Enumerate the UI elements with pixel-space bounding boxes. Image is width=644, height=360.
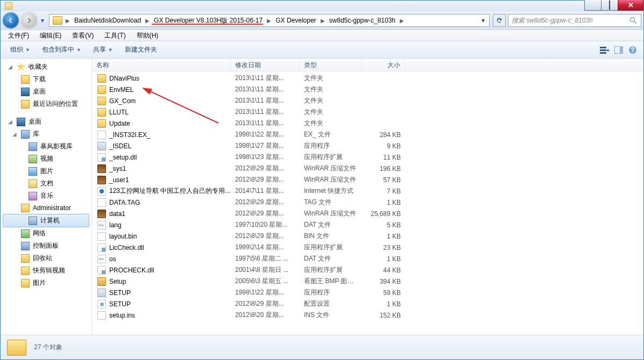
status-text: 27 个对象	[34, 343, 62, 352]
file-date: 2013\1\11 星期...	[231, 119, 300, 128]
address-dropdown[interactable]: ▾	[478, 15, 488, 26]
menu-view[interactable]: 查看(V)	[68, 30, 98, 41]
file-date: 1997\10\20 星期...	[231, 220, 300, 229]
tree-control-panel[interactable]: 控制面板	[1, 240, 91, 252]
breadcrumb-segment[interactable]: sw8d5c-gppw-c_8103h	[326, 15, 399, 26]
maximize-button[interactable]	[601, 0, 618, 11]
file-name: os	[109, 255, 116, 263]
url-icon	[97, 187, 106, 196]
svg-rect-4	[600, 52, 606, 54]
rar-icon	[97, 176, 106, 184]
file-row[interactable]: DNaviPlus2013\1\11 星期...文件夹	[92, 73, 643, 84]
tree-library[interactable]: ◢库	[1, 128, 91, 140]
header-type[interactable]: 类型	[300, 59, 362, 71]
close-button[interactable]: ✕	[618, 0, 643, 11]
navigation-pane: ◢收藏夹 下载 桌面 最近访问的位置 ◢桌面 ◢库 暴风影视库 视频 图片 文档…	[1, 59, 92, 335]
file-row[interactable]: SETUP1998\1\22 星期...应用程序59 KB	[92, 287, 643, 298]
file-row[interactable]: _setup.dll1998\1\23 星期...应用程序扩展11 KB	[92, 152, 643, 163]
status-bar: 27 个对象	[1, 335, 643, 359]
file-row[interactable]: SETUP2012\8\29 星期...配置设置1 KB	[92, 298, 643, 309]
file-row[interactable]: _sys12012\8\29 星期...WinRAR 压缩文件196 KB	[92, 163, 643, 174]
chevron-right-icon[interactable]: ▶	[65, 18, 71, 24]
chevron-right-icon[interactable]: ▶	[399, 18, 405, 24]
tree-desktop-fav[interactable]: 桌面	[1, 85, 91, 98]
preview-pane-button[interactable]	[612, 44, 625, 56]
help-button[interactable]: ?	[626, 44, 639, 56]
file-row[interactable]: _user12012\8\29 星期...WinRAR 压缩文件57 KB	[92, 174, 643, 185]
file-date: 2005\6\3 星期五 ...	[231, 277, 300, 286]
file-size: 7 KB	[362, 188, 405, 195]
back-button[interactable]	[3, 12, 19, 28]
tree-pictures[interactable]: 图片	[1, 165, 91, 177]
exe-icon	[97, 142, 106, 150]
tree-recycle[interactable]: 回收站	[1, 252, 91, 264]
tree-documents[interactable]: 文档	[1, 177, 91, 190]
tree-item[interactable]: 图片	[1, 277, 91, 289]
search-box[interactable]: 搜索 sw8d5c-gppw-c_8103h	[508, 14, 641, 27]
tree-downloads[interactable]: 下载	[1, 73, 91, 85]
file-row[interactable]: setup.ins2012\8\20 星期...INS 文件152 KB	[92, 309, 643, 321]
file-size: 23 KB	[362, 244, 405, 251]
tree-network[interactable]: 网络	[1, 227, 91, 240]
header-date[interactable]: 修改日期	[231, 59, 300, 71]
file-row[interactable]: LicCheck.dll1999\2\14 星期...应用程序扩展23 KB	[92, 242, 643, 253]
view-options-button[interactable]	[598, 44, 611, 56]
chevron-right-icon[interactable]: ▶	[320, 18, 326, 24]
file-icon	[97, 198, 106, 207]
tree-computer[interactable]: 计算机	[3, 214, 89, 227]
organize-button[interactable]: 组织▼	[5, 43, 36, 56]
file-row[interactable]: 123工控网址导航 中国工控人自己的专用...2014\7\11 星期...In…	[92, 185, 643, 197]
refresh-button[interactable]	[493, 14, 506, 27]
svg-rect-3	[600, 49, 606, 51]
folder-icon	[21, 279, 30, 287]
minimize-button[interactable]	[584, 0, 601, 11]
tree-lib-item[interactable]: 暴风影视库	[1, 140, 91, 153]
file-icon	[97, 311, 106, 320]
chevron-right-icon[interactable]: ▶	[144, 18, 151, 24]
file-row[interactable]: lang1997\10\20 星期...DAT 文件5 KB	[92, 219, 643, 231]
file-row[interactable]: _INST32I.EX_1998\1\22 星期...EX_ 文件284 KB	[92, 129, 643, 140]
tree-recent[interactable]: 最近访问的位置	[1, 98, 91, 110]
tree-music[interactable]: 音乐	[1, 190, 91, 202]
app-icon	[35, 2, 43, 10]
tree-favorites[interactable]: ◢收藏夹	[1, 61, 91, 73]
file-row[interactable]: DATA.TAG2012\8\29 星期...TAG 文件1 KB	[92, 197, 643, 208]
breadcrumb-segment[interactable]: GX Developer	[272, 15, 319, 26]
file-type: 应用程序扩展	[300, 153, 362, 162]
file-row[interactable]: GX_Com2013\1\11 星期...文件夹	[92, 95, 643, 106]
file-row[interactable]: layout.bin2012\8\29 星期...BIN 文件1 KB	[92, 231, 643, 242]
menu-edit[interactable]: 编辑(E)	[36, 30, 66, 41]
file-row[interactable]: os1997\5\6 星期二 ...DAT 文件1 KB	[92, 253, 643, 264]
new-folder-button[interactable]: 新建文件夹	[119, 43, 162, 56]
file-size: 196 KB	[362, 165, 405, 172]
address-bar[interactable]: ▶ BaiduNetdiskDownload ▶ GX Developer V8…	[49, 14, 490, 27]
menu-file[interactable]: 文件(F)	[4, 30, 33, 41]
file-row[interactable]: Update2013\1\11 星期...文件夹	[92, 118, 643, 129]
header-size[interactable]: 大小	[362, 59, 405, 71]
tree-desktop[interactable]: ◢桌面	[1, 116, 91, 128]
file-row[interactable]: EnvMEL2013\1\11 星期...文件夹	[92, 84, 643, 95]
forward-button[interactable]	[21, 12, 37, 28]
menu-tools[interactable]: 工具(T)	[100, 30, 130, 41]
menu-help[interactable]: 帮助(H)	[132, 30, 163, 41]
tree-item[interactable]: 快剪辑视频	[1, 264, 91, 277]
share-button[interactable]: 共享▼	[88, 43, 118, 56]
header-name[interactable]: 名称	[92, 59, 231, 71]
breadcrumb-segment[interactable]: BaiduNetdiskDownload	[71, 15, 144, 26]
file-list-pane: 名称 修改日期 类型 大小 DNaviPlus2013\1\11 星期...文件…	[92, 59, 643, 335]
file-type: 配置设置	[300, 299, 362, 308]
chevron-right-icon[interactable]: ▶	[266, 18, 272, 24]
file-row[interactable]: LLUTL2013\1\11 星期...文件夹	[92, 106, 643, 118]
tree-videos[interactable]: 视频	[1, 153, 91, 165]
file-row[interactable]: _ISDEL1998\1\27 星期...应用程序9 KB	[92, 140, 643, 152]
bmp-icon	[97, 277, 106, 286]
include-library-button[interactable]: 包含到库中▼	[37, 43, 87, 56]
history-dropdown[interactable]: ▾	[39, 13, 46, 28]
file-name: Setup	[109, 278, 126, 285]
tree-admin[interactable]: Administrator	[1, 202, 91, 214]
file-row[interactable]: data12012\8\29 星期...WinRAR 压缩文件25,689 KB	[92, 208, 643, 219]
file-row[interactable]: Setup2005\6\3 星期五 ...看图王 BMP 图片...394 KB	[92, 276, 643, 287]
taskbar-mini-icons	[5, 2, 43, 10]
file-size: 1 KB	[362, 300, 405, 308]
file-row[interactable]: PROCHECK.dll2001\4\8 星期日 ...应用程序扩展44 KB	[92, 264, 643, 276]
